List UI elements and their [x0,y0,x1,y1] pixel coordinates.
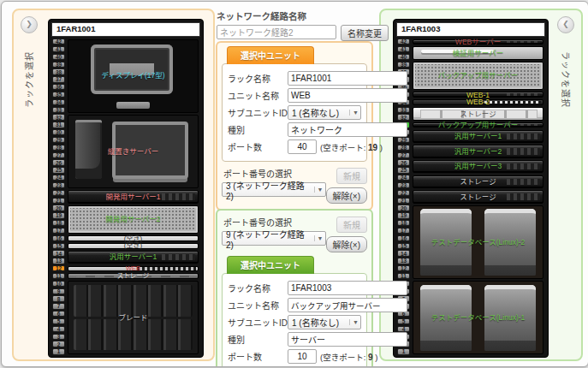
rack-slot-number-23: 23 [397,182,410,188]
rack-slot-number-23: 23 [52,182,65,188]
rack-slot-number-20: 20 [52,205,65,211]
free-ports-note: (空きポート: 9 ) [320,351,377,363]
release-port-button[interactable]: 解除(×) [326,236,368,252]
rack-name-label: ラック名称 [228,72,288,85]
rack-unit[interactable]: 開発用サーバー1 [68,190,199,204]
rack-unit[interactable]: バックアップ用サーバー [413,122,543,128]
left-rack-panel: ❯ ラックを選択 1FAR1001 4241403938373635343332… [12,9,215,361]
rack-name-input[interactable] [288,281,407,295]
right-rack-select-tab[interactable]: ラックを選択 [560,51,573,108]
rack-network-window: ❯ ラックを選択 1FAR1001 4241403938373635343332… [1,1,588,367]
type-input[interactable] [288,122,407,137]
rack-unit-label: ディスプレイ(17型) [101,72,164,80]
rack-unit[interactable]: ブレード [68,281,199,354]
rack-unit-label: ストレージ [460,193,496,201]
selected-unit-panel-upper: 選択中ユニット ラック名称 ユニット名称 サブユニットID 1 (名称なし) ▼… [216,41,373,211]
rack-slot-number-22: 22 [397,190,410,196]
port-number-value: 9 (ネットワーク経路2) [226,228,312,250]
rack-unit[interactable]: テストデータベース(Linux)-1 [413,281,543,354]
rack-slot-number-7: 7 [52,303,65,309]
port-count-label: ポート数 [228,140,288,153]
rack-slot-number-29: 29 [397,137,410,143]
rack-unit[interactable]: WEBサーバー [413,39,543,45]
rack-title: 1FAR1001 [51,22,200,37]
rack-slot-number-29: 29 [52,137,65,143]
rack-name-label: ラック名称 [228,282,288,294]
rack-slot-number-17: 17 [397,228,410,234]
rack-slot-number-6: 6 [52,311,65,317]
collapse-left-rack-button[interactable]: ❯ [21,16,38,33]
free-ports-value: 9 [368,353,373,362]
rack-unit[interactable]: ディスプレイ(17型) [68,39,199,113]
rack-body: 4241403938373635343332313029282726252423… [396,39,545,356]
rack-unit-label: (空き) [124,242,142,249]
rack-slot-number-38: 38 [52,68,65,74]
network-route-name-input[interactable] [217,25,336,39]
rack-unit[interactable]: ストレージ [68,273,199,279]
rack-slot-number-14: 14 [397,250,410,256]
rack-unit[interactable]: 汎用サーバー1 [68,251,199,264]
selected-unit-panel-lower: ポート番号の選択 9 (ネットワーク経路2) ▼ 新規 解除(×) 選択中ユニッ… [216,209,373,367]
rack-slot-number-32: 32 [397,114,410,120]
rack-unit[interactable]: バックアップ用サーバー [413,62,543,90]
subunit-id-select[interactable]: 1 (名称なし) ▼ [288,315,361,329]
unit-name-input[interactable] [288,298,407,312]
unit-name-input[interactable] [288,88,407,103]
rack-slot-number-26: 26 [52,159,65,165]
rack-slot-number-31: 31 [52,122,65,128]
port-number-select[interactable]: 3 (ネットワーク経路2) ▼ [222,182,326,197]
port-count-input[interactable] [288,139,317,154]
rack-slot-number-41: 41 [397,46,410,52]
rack-slot-number-18: 18 [397,220,410,226]
rack-unit[interactable]: ストレージ [413,190,543,204]
rack-unit[interactable]: WEB-1 [413,92,543,98]
unit-fields: ラック名称 ユニット名称 サブユニットID 1 (名称なし) ▼ 種別 ポート数 [222,273,367,367]
rack-unit[interactable]: 汎用サーバー3 [413,160,543,174]
rack-slot-number-41: 41 [52,46,65,52]
unit-name-label: ユニット名称 [228,89,288,102]
rack-slot-number-1: 1 [397,348,410,354]
left-rack-select-tab[interactable]: ラックを選択 [22,51,35,108]
rack-unit-label: ストレージ [117,273,149,280]
rack-slot-number-2: 2 [52,341,65,347]
rack-unit[interactable]: テストデータベース(Linux)-2 [413,205,543,279]
rack-slot-number-27: 27 [397,152,410,158]
rack-unit[interactable]: 汎用サーバー2 [413,145,543,158]
selected-unit-tab: 選択中ユニット [227,256,314,274]
chevron-down-icon: ▼ [349,110,359,116]
rack-slot-number-24: 24 [397,175,410,181]
rack-unit[interactable]: WEB-2 [413,99,543,105]
rack-unit-label: バックアップ用サーバー [438,122,518,129]
rack-slot-number-11: 11 [52,273,65,279]
new-port-button[interactable]: 新規 [336,217,367,233]
rack-slot-number-37: 37 [52,76,65,82]
rack-unit-label: テストデータベース(Linux)-1 [431,314,526,322]
rack-unit-label: 縦置きサーバー [108,148,158,156]
rack-unit[interactable]: WEB [68,266,199,272]
rack-unit-label: WEB [126,265,140,272]
rack-unit[interactable]: 縦置きサーバー [68,115,199,188]
rack-unit[interactable]: ストレージ [413,107,543,121]
rack-unit[interactable]: ストレージ [413,175,543,189]
rack-unit-label: ストレージ [460,178,496,186]
rack-slot-number-12: 12 [397,265,410,271]
rack-unit-label: WEBサーバー [455,39,501,46]
rack-unit[interactable]: 検証用サーバー [413,46,543,60]
rack-slot-number-27: 27 [52,152,65,158]
type-input[interactable] [288,332,407,347]
port-count-input[interactable] [288,349,317,364]
release-port-button[interactable]: 解除(×) [326,187,368,204]
rack-unit[interactable]: 開発用サーバー2 [68,205,199,234]
rack-slot-number-30: 30 [52,129,65,135]
rack-slot-number-4: 4 [397,326,410,332]
collapse-right-rack-button[interactable]: ❮ [557,16,574,33]
rack-name-input[interactable] [288,71,407,86]
port-number-select[interactable]: 9 (ネットワーク経路2) ▼ [222,231,326,246]
rack-unit[interactable]: (空き) [68,243,199,249]
subunit-id-select[interactable]: 1 (名称なし) ▼ [288,105,361,120]
rack-unit[interactable]: 汎用サーバー1 [413,130,543,144]
new-port-button[interactable]: 新規 [336,168,367,184]
port-select-section-lower: ポート番号の選択 9 (ネットワーク経路2) ▼ 新規 解除(×) [222,215,367,252]
rack-unit[interactable]: (空き) [68,235,199,241]
rename-button[interactable]: 名称変更 [341,25,389,41]
